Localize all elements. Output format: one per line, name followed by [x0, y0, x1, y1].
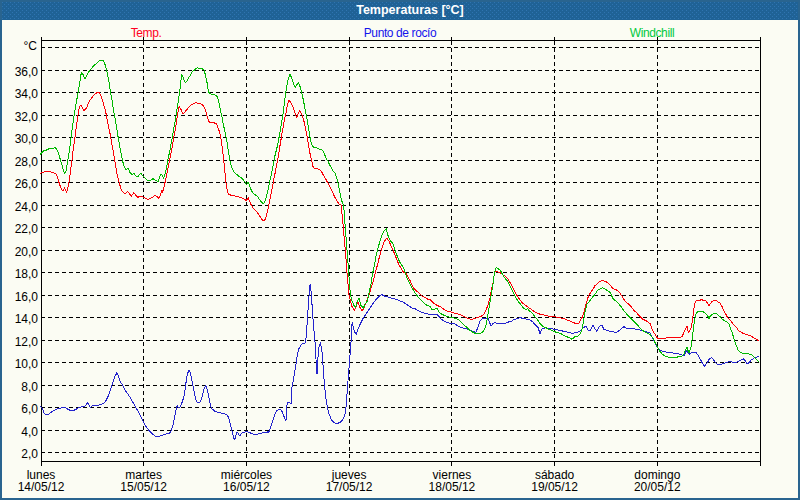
- svg-text:19/05/12: 19/05/12: [531, 480, 578, 494]
- svg-text:14,0: 14,0: [15, 312, 39, 326]
- svg-text:15/05/12: 15/05/12: [120, 480, 167, 494]
- svg-text:28,0: 28,0: [15, 155, 39, 169]
- svg-text:18,0: 18,0: [15, 267, 39, 281]
- svg-text:20/05/12: 20/05/12: [634, 480, 681, 494]
- svg-text:16/05/12: 16/05/12: [223, 480, 270, 494]
- svg-text:Windchill: Windchill: [630, 26, 674, 40]
- svg-text:10,0: 10,0: [15, 357, 39, 371]
- svg-text:°C: °C: [24, 39, 38, 53]
- svg-text:17/05/12: 17/05/12: [326, 480, 373, 494]
- svg-text:34,0: 34,0: [15, 87, 39, 101]
- svg-text:14/05/12: 14/05/12: [18, 480, 65, 494]
- svg-text:22,0: 22,0: [15, 222, 39, 236]
- svg-text:8,0: 8,0: [21, 380, 38, 394]
- svg-text:32,0: 32,0: [15, 110, 39, 124]
- svg-text:12,0: 12,0: [15, 335, 39, 349]
- svg-text:26,0: 26,0: [15, 177, 39, 191]
- svg-text:16,0: 16,0: [15, 290, 39, 304]
- svg-text:4,0: 4,0: [21, 425, 38, 439]
- svg-text:Punto de rocío: Punto de rocío: [364, 26, 437, 40]
- svg-text:24,0: 24,0: [15, 200, 39, 214]
- svg-text:6,0: 6,0: [21, 402, 38, 416]
- svg-text:Temp.: Temp.: [131, 26, 162, 40]
- svg-text:18/05/12: 18/05/12: [429, 480, 476, 494]
- svg-text:36,0: 36,0: [15, 65, 39, 79]
- svg-text:20,0: 20,0: [15, 245, 39, 259]
- svg-text:2,0: 2,0: [21, 447, 38, 461]
- svg-text:30,0: 30,0: [15, 132, 39, 146]
